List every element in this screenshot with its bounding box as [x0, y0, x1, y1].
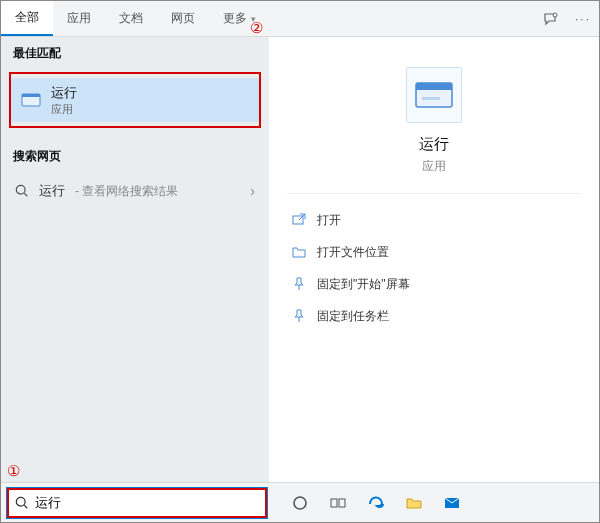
action-label: 打开文件位置	[317, 244, 389, 261]
cortana-icon[interactable]	[291, 494, 309, 512]
search-box[interactable]	[7, 488, 267, 518]
svg-point-10	[16, 497, 25, 506]
svg-rect-6	[416, 83, 452, 90]
web-search-hint: - 查看网络搜索结果	[75, 183, 178, 200]
svg-rect-7	[422, 97, 440, 100]
chevron-right-icon: ›	[250, 183, 255, 199]
tab-docs[interactable]: 文档	[105, 1, 157, 36]
web-search-item[interactable]: 运行 - 查看网络搜索结果 ›	[1, 171, 269, 211]
search-icon	[15, 496, 29, 510]
action-label: 固定到"开始"屏幕	[317, 276, 410, 293]
svg-rect-13	[331, 499, 337, 507]
search-input[interactable]	[35, 495, 259, 510]
more-options-button[interactable]: ···	[567, 1, 599, 36]
results-pane: 最佳匹配 ② 运行 应用 搜索网页 运行 - 查看网络搜索结果 ›	[1, 37, 269, 482]
tab-label: 应用	[67, 10, 91, 27]
folder-icon	[291, 244, 307, 260]
action-open[interactable]: 打开	[287, 206, 581, 234]
search-web-header: 搜索网页	[1, 140, 269, 171]
feedback-button[interactable]	[535, 1, 567, 36]
file-explorer-icon[interactable]	[405, 494, 423, 512]
detail-title: 运行	[419, 135, 449, 154]
svg-point-12	[294, 497, 306, 509]
best-match-header: 最佳匹配	[1, 37, 269, 68]
annotation-1: ①	[7, 462, 20, 480]
tab-all[interactable]: 全部	[1, 1, 53, 36]
action-pin-start[interactable]: 固定到"开始"屏幕	[287, 270, 581, 298]
tab-label: 文档	[119, 10, 143, 27]
tab-label: 全部	[15, 9, 39, 26]
web-search-term: 运行	[39, 182, 65, 200]
svg-point-0	[553, 13, 557, 17]
feedback-icon	[543, 11, 559, 27]
best-match-subtitle: 应用	[51, 102, 77, 117]
open-icon	[291, 212, 307, 228]
detail-actions: 打开 打开文件位置 固定到"开始"屏幕 固定到任务栏	[269, 194, 599, 342]
tab-web[interactable]: 网页	[157, 1, 209, 36]
tab-label: 更多	[223, 10, 247, 27]
mail-icon[interactable]	[443, 494, 461, 512]
action-label: 固定到任务栏	[317, 308, 389, 325]
action-open-location[interactable]: 打开文件位置	[287, 238, 581, 266]
search-icon	[15, 184, 29, 198]
detail-pane: 运行 应用 打开 打开文件位置 固定到"开始"屏幕 固定到任务栏	[269, 37, 599, 482]
filter-tabs: 全部 应用 文档 网页 更多 ▾ ···	[1, 1, 599, 37]
run-app-icon	[21, 90, 41, 110]
task-view-icon[interactable]	[329, 494, 347, 512]
annotation-box-2: 运行 应用	[9, 72, 261, 128]
svg-line-9	[299, 214, 305, 220]
action-pin-taskbar[interactable]: 固定到任务栏	[287, 302, 581, 330]
svg-rect-14	[339, 499, 345, 507]
best-match-item[interactable]: 运行 应用	[11, 78, 259, 122]
tab-label: 网页	[171, 10, 195, 27]
tab-apps[interactable]: 应用	[53, 1, 105, 36]
pin-start-icon	[291, 276, 307, 292]
detail-header: 运行 应用	[287, 37, 581, 194]
svg-rect-2	[22, 94, 40, 97]
svg-line-11	[24, 505, 27, 508]
run-app-large-icon	[406, 67, 462, 123]
annotation-2: ②	[250, 19, 263, 37]
edge-icon[interactable]	[367, 494, 385, 512]
taskbar	[1, 482, 599, 522]
pin-taskbar-icon	[291, 308, 307, 324]
action-label: 打开	[317, 212, 341, 229]
best-match-title: 运行	[51, 84, 77, 102]
svg-line-4	[24, 193, 27, 196]
detail-subtitle: 应用	[422, 158, 446, 175]
ellipsis-icon: ···	[575, 12, 591, 26]
svg-point-3	[16, 185, 25, 194]
